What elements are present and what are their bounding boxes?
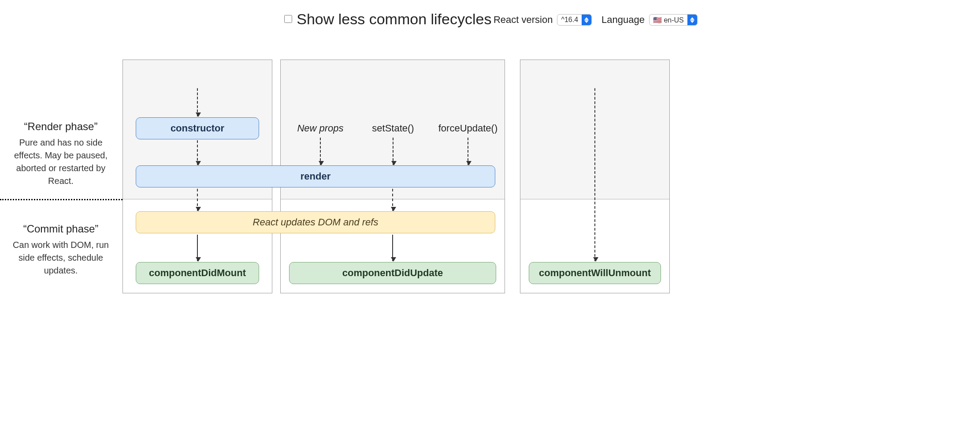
component-did-update-box[interactable]: componentDidUpdate (289, 262, 496, 284)
language-label: Language (601, 14, 645, 26)
component-will-unmount-box[interactable]: componentWillUnmount (529, 262, 661, 284)
react-version-value: ^16.4 (557, 15, 582, 25)
show-less-common-checkbox[interactable] (284, 15, 292, 23)
header: Show less common lifecycles React versio… (0, 8, 980, 28)
svg-marker-2 (690, 17, 694, 20)
constructor-box[interactable]: constructor (136, 117, 259, 139)
arrow-icon (197, 235, 198, 261)
phase-divider (0, 199, 122, 200)
arrow-icon (594, 88, 595, 261)
arrow-icon (197, 189, 198, 211)
render-phase-title: “Render phase” (11, 120, 111, 133)
language-value: 🇺🇸 en-US (650, 15, 687, 25)
language-control: Language 🇺🇸 en-US (601, 14, 698, 26)
render-phase-desc: Pure and has no side effects. May be pau… (11, 136, 111, 187)
arrow-icon (320, 138, 321, 165)
show-less-common-toggle[interactable]: Show less common lifecycles (282, 11, 491, 28)
svg-marker-1 (584, 20, 589, 23)
render-box[interactable]: render (136, 165, 495, 187)
language-select[interactable]: 🇺🇸 en-US (649, 14, 698, 26)
show-less-common-label: Show less common lifecycles (297, 11, 491, 28)
arrow-icon (468, 138, 468, 165)
component-did-mount-box[interactable]: componentDidMount (136, 262, 259, 284)
arrow-icon (197, 140, 198, 165)
svg-marker-3 (690, 20, 694, 23)
trigger-new-props: New props (297, 123, 343, 134)
react-version-control: React version ^16.4 (494, 14, 592, 26)
arrow-icon (393, 138, 393, 165)
commit-phase-desc: Can work with DOM, run side effects, sch… (11, 239, 111, 277)
react-version-select[interactable]: ^16.4 (557, 14, 592, 26)
react-version-label: React version (494, 14, 553, 26)
svg-marker-0 (584, 17, 589, 20)
trigger-forceupdate: forceUpdate() (438, 123, 498, 134)
select-stepper-icon (582, 15, 591, 25)
commit-phase-title: “Commit phase” (11, 223, 111, 235)
arrow-icon (392, 189, 393, 211)
trigger-setstate: setState() (372, 123, 414, 134)
react-updates-dom-box: React updates DOM and refs (136, 211, 495, 233)
arrow-icon (197, 88, 198, 116)
arrow-icon (392, 235, 393, 261)
unmounting-section: Unmounting componentWillUnmount (520, 60, 670, 293)
select-stepper-icon (687, 15, 697, 25)
